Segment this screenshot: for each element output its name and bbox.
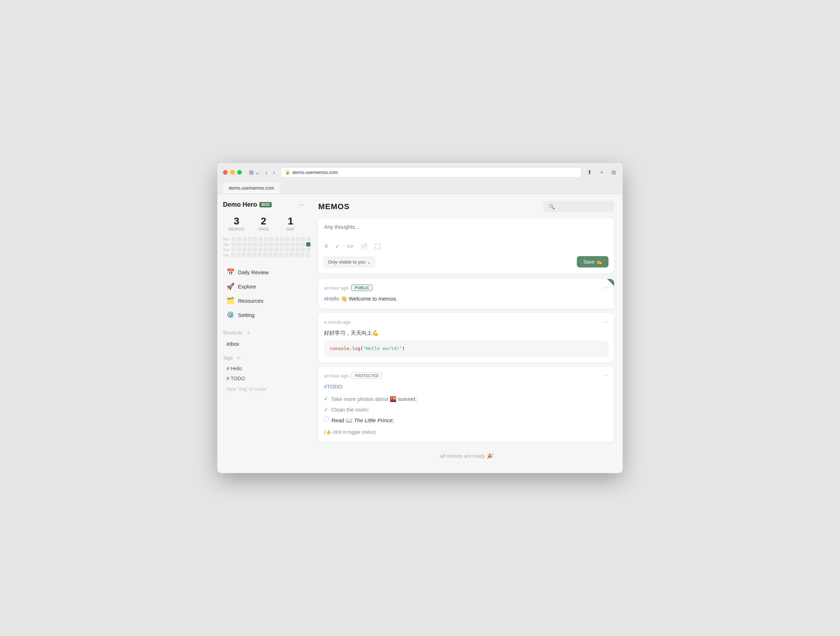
cal-cell (242, 253, 246, 257)
memo-time-2: a minute ago (324, 320, 351, 325)
shortcuts-section-header: Shortcuts ＋ (223, 329, 304, 336)
resources-icon: 🗂️ (227, 297, 234, 304)
tags-section: Tags ＋ # Hello # TODO Input `#tag` to cr… (223, 353, 304, 394)
compose-toolbar: # ✓ <> 📄 ⛶ (324, 239, 608, 253)
memo-options-button-3[interactable]: ··· (604, 372, 608, 379)
browser-nav: ‹ › (264, 169, 276, 176)
cal-cell (290, 242, 294, 247)
close-button[interactable] (223, 170, 227, 175)
back-button[interactable]: ‹ (264, 169, 268, 176)
share-button[interactable]: ⬆ (586, 168, 593, 177)
cal-cell (301, 242, 305, 247)
code-dot: . (349, 346, 352, 351)
memo-badge-protected: PROTECTED (351, 372, 382, 379)
user-section: Demo Hero MOD ··· (223, 201, 304, 209)
cal-cell (273, 253, 278, 257)
tag-tool-button[interactable]: # (324, 242, 328, 250)
search-icon: 🔍 (549, 204, 555, 209)
calendar-heatmap: Sun (223, 237, 304, 258)
cal-cell (301, 248, 305, 252)
minimize-button[interactable] (230, 170, 235, 175)
code-tool-button[interactable]: <> (346, 242, 354, 250)
shortcut-inbox-label: inbox (227, 341, 239, 347)
code-block: console.log("Hello world!") (324, 341, 608, 357)
memo-meta-1: an hour ago PUBLIC (324, 285, 373, 291)
main-header: MEMOS 🔍 (318, 201, 614, 212)
add-tag-button[interactable]: ＋ (235, 354, 242, 361)
visibility-selector[interactable]: Only visible to you ⌄ (324, 257, 375, 267)
todo-item-3[interactable]: Read 📖 The Little Prince; (324, 415, 608, 426)
doc-tool-button[interactable]: 📄 (360, 242, 368, 250)
stat-tags-label: TAGS (258, 227, 269, 231)
user-menu-button[interactable]: ··· (299, 201, 304, 209)
setting-icon: ⚙️ (227, 311, 234, 319)
todo-footer-text: (👆 click to toggle status) (324, 429, 608, 436)
chevron-down-icon: ⌄ (367, 259, 371, 265)
user-name-wrapper: Demo Hero MOD (223, 201, 272, 209)
cal-cell (248, 248, 252, 252)
check-icon-3 (324, 417, 328, 421)
sidebar-item-explore[interactable]: 🚀 Explore (223, 280, 304, 293)
cal-label-sat: Sat (223, 253, 230, 257)
memo-tag-todo[interactable]: #TODO (324, 383, 342, 389)
task-tool-button[interactable]: ✓ (334, 242, 340, 250)
sidebar-item-daily-review[interactable]: 📅 Daily Review (223, 265, 304, 279)
lock-icon: 🔒 (285, 170, 290, 175)
cal-cell (285, 237, 289, 241)
todo-text-3: Read 📖 The Little Prince; (332, 416, 394, 425)
memo-time-3: an hour ago (324, 373, 349, 378)
tag-hello[interactable]: # Hello (223, 364, 304, 373)
cal-cell (253, 237, 257, 241)
cal-cell (264, 242, 268, 247)
stat-memos: 3 MEMOS (223, 215, 250, 231)
sidebar-item-setting[interactable]: ⚙️ Setting (223, 308, 304, 321)
todo-item-1[interactable]: ✓ Take more photos about 🌇 sunset; (324, 394, 608, 405)
tag-todo-label: # TODO (227, 376, 245, 381)
tabs-button[interactable]: ⧉ (610, 168, 617, 177)
search-bar[interactable]: 🔍 (543, 201, 614, 212)
cal-cell (264, 237, 268, 241)
cal-cell (268, 253, 272, 257)
sidebar-item-resources[interactable]: 🗂️ Resources (223, 294, 304, 307)
cal-cell (284, 253, 288, 257)
memo-meta-2: a minute ago (324, 320, 351, 325)
daily-review-icon: 📅 (227, 268, 234, 276)
shortcut-inbox[interactable]: inbox (223, 339, 304, 349)
cal-cell (237, 248, 241, 252)
tag-todo[interactable]: # TODO (223, 374, 304, 383)
app-content: Demo Hero MOD ··· 3 MEMOS 2 TAGS 1 DAY (217, 194, 623, 473)
cal-cell (279, 242, 284, 247)
memo-content-2: 好好学习，天天向上💪 console.log("Hello world!") (324, 329, 608, 357)
cal-cell (269, 248, 273, 252)
user-name: Demo Hero (223, 201, 257, 209)
cal-cell (232, 248, 236, 252)
memo-tag-hello[interactable]: #Hello (324, 296, 339, 302)
save-label: Save ✍️ (583, 259, 602, 265)
cal-cell (257, 253, 262, 257)
forward-button[interactable]: › (272, 169, 276, 176)
cal-cell (253, 242, 257, 247)
stat-tags-number: 2 (261, 215, 266, 227)
memo-content-3: #TODO ✓ Take more photos about 🌇 sunset;… (324, 382, 608, 436)
cal-label-thu: Thu (223, 248, 231, 252)
cal-cell (296, 237, 300, 241)
sidebar: Demo Hero MOD ··· 3 MEMOS 2 TAGS 1 DAY (217, 194, 310, 473)
cal-cell (237, 237, 242, 241)
maximize-button[interactable] (237, 170, 242, 175)
cal-cell (258, 248, 262, 252)
cal-cell (280, 237, 284, 241)
fullscreen-tool-button[interactable]: ⛶ (374, 242, 381, 250)
todo-item-2[interactable]: ✓ Clean the room; (324, 405, 608, 415)
memo-options-button-2[interactable]: ··· (604, 319, 608, 325)
cal-cell (269, 237, 273, 241)
sidebar-toggle[interactable]: ⊞ ⌄ (249, 169, 260, 176)
cal-cell (252, 253, 256, 257)
all-ready-label: all memos are ready 🎉 (440, 453, 493, 459)
memo-meta-3: an hour ago PROTECTED (324, 372, 382, 379)
address-bar[interactable]: 🔒 demo.usememos.com (281, 167, 581, 177)
save-button[interactable]: Save ✍️ (577, 256, 608, 267)
browser-tab[interactable]: demo.usememos.com (223, 182, 280, 193)
new-tab-button[interactable]: ＋ (597, 168, 606, 177)
add-shortcut-button[interactable]: ＋ (245, 329, 252, 336)
compose-textarea[interactable] (324, 224, 608, 238)
